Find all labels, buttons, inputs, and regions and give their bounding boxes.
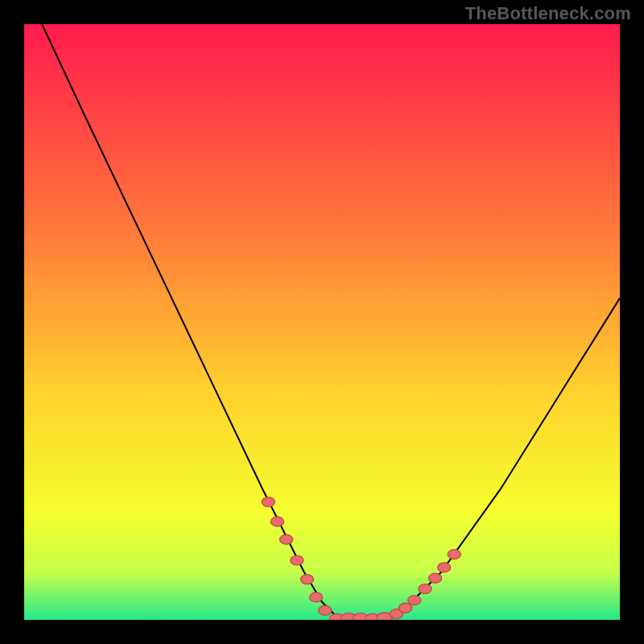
data-marker <box>310 592 323 602</box>
watermark-text: TheBottleneck.com <box>465 3 631 24</box>
data-marker <box>429 573 442 583</box>
data-marker <box>408 596 421 605</box>
chart-frame: TheBottleneck.com <box>0 0 644 644</box>
data-marker <box>300 575 313 584</box>
data-marker <box>280 535 293 544</box>
data-marker <box>291 555 303 565</box>
data-marker <box>438 563 451 572</box>
bottleneck-plot <box>24 24 620 620</box>
data-marker <box>419 584 431 594</box>
plot-background <box>24 24 620 620</box>
data-marker <box>319 605 332 615</box>
data-marker <box>270 517 283 526</box>
data-marker <box>448 550 460 559</box>
data-marker <box>262 497 275 507</box>
data-marker <box>399 603 412 613</box>
